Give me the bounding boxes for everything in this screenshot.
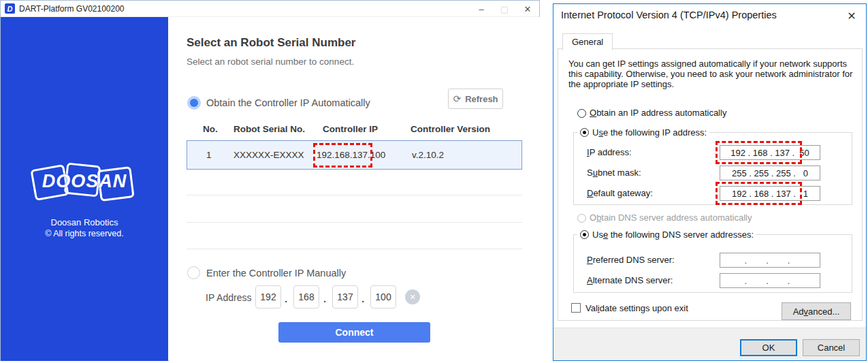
window-title: DART-Platform GV02100200 — [19, 4, 125, 14]
row-separator — [187, 195, 522, 195]
validate-settings-label: Validate settings upon exit — [585, 303, 688, 313]
copyright-text: © All rights reserved. — [1, 229, 168, 238]
use-dns-groupbox: Use the following DNS server addresses: … — [573, 234, 852, 293]
cell-controller-version: v.2.10.2 — [412, 150, 444, 160]
cell-row-number: 1 — [206, 150, 212, 160]
ip-octet-1-input[interactable] — [255, 285, 281, 309]
cancel-button[interactable]: Cancel — [803, 339, 860, 356]
validate-settings-checkbox[interactable] — [571, 303, 581, 313]
general-tab-page: You can get IP settings assigned automat… — [558, 48, 863, 321]
preferred-dns-label: Preferred DNS server: — [587, 255, 675, 265]
description-text: You can get IP settings assigned automat… — [568, 59, 857, 89]
row-separator — [187, 222, 522, 223]
radio-enter-ip-label: Enter the Controller IP Manually — [206, 268, 346, 279]
radio-use-dns-label: Use the following DNS server addresses: — [592, 230, 754, 240]
octet-dot: . — [285, 293, 287, 304]
radio-enter-ip-manually[interactable] — [187, 266, 200, 279]
refresh-icon: ⟳ — [453, 93, 461, 104]
ip-octet-2-input[interactable] — [293, 285, 319, 309]
page-subtitle: Select an robot serial number to connect… — [187, 57, 354, 67]
close-button[interactable]: ✕ — [516, 1, 539, 17]
dialog-titlebar: Internet Protocol Version 4 (TCP/IPv4) P… — [553, 4, 866, 26]
column-header-serial: Robot Serial No. — [234, 124, 305, 134]
dart-titlebar: D DART-Platform GV02100200 – ▢ ✕ — [1, 1, 539, 17]
dialog-button-strip: OK Cancel — [553, 328, 866, 360]
radio-obtain-ip-label: Obtain the Controller IP Automatically — [206, 97, 370, 108]
doosan-sidebar: DOOSAN Doosan Robotics © All rights rese… — [1, 17, 168, 361]
dart-platform-window: D DART-Platform GV02100200 – ▢ ✕ DOOSAN … — [0, 0, 540, 361]
radio-use-ip-label: Use the following IP address: — [592, 127, 707, 138]
refresh-label: Refresh — [465, 94, 498, 104]
use-ip-groupbox: Use the following IP address: IP address… — [573, 132, 852, 205]
radio-obtain-dns-label: Obtain DNS server address automatically — [590, 212, 752, 223]
radio-obtain-ip-label: Obtain an IP address automatically — [590, 108, 726, 118]
ip-octet-4-input[interactable] — [370, 285, 396, 309]
close-button[interactable]: ✕ — [844, 8, 859, 23]
radio-obtain-ip-automatically[interactable] — [577, 109, 586, 118]
refresh-button[interactable]: ⟳ Refresh — [448, 89, 503, 109]
radio-use-dns-legend: Use the following DNS server addresses: — [577, 230, 756, 240]
dart-main-panel: Select an Robot Serial Number Select an … — [169, 17, 540, 361]
advanced-button[interactable]: Advanced... — [782, 302, 851, 320]
tab-general[interactable]: General — [562, 33, 613, 50]
red-highlight-box — [716, 182, 802, 205]
screenshot-stage: D DART-Platform GV02100200 – ▢ ✕ DOOSAN … — [0, 0, 868, 363]
table-row[interactable]: 1 XXXXXX-EXXXX 192.168.137.100 v.2.10.2 — [187, 140, 522, 170]
radio-use-ip-legend: Use the following IP address: — [577, 127, 709, 138]
maximize-button[interactable]: ▢ — [493, 1, 516, 17]
column-header-no: No. — [203, 124, 218, 134]
row-separator — [187, 249, 522, 249]
red-highlight-box — [716, 141, 802, 164]
ip-octet-3-input[interactable] — [332, 285, 358, 309]
octet-dot: . — [361, 293, 364, 304]
default-gateway-label: Default gateway: — [587, 188, 653, 198]
subnet-mask-field[interactable]: 255 . 255 . 255 . 0 — [720, 165, 820, 180]
doosan-logo-text: DOOSAN — [1, 171, 168, 192]
subnet-mask-label: Subnet mask: — [587, 168, 641, 178]
connect-button[interactable]: Connect — [278, 322, 430, 343]
red-highlight-box — [313, 143, 372, 168]
radio-obtain-dns-automatically[interactable] — [577, 214, 586, 223]
dialog-title: Internet Protocol Version 4 (TCP/IPv4) P… — [561, 10, 777, 20]
clear-ip-button[interactable]: ✕ — [405, 289, 420, 304]
ip-address-label: IP Address — [206, 292, 251, 303]
minimize-button[interactable]: – — [470, 1, 493, 17]
tcpip-properties-dialog: Internet Protocol Version 4 (TCP/IPv4) P… — [553, 3, 867, 361]
cell-robot-serial: XXXXXX-EXXXX — [234, 150, 304, 160]
ip-address-label: IP address: — [587, 147, 632, 157]
dart-app-icon: D — [5, 3, 15, 14]
radio-use-following-dns[interactable] — [580, 230, 589, 239]
radio-obtain-ip-automatically[interactable] — [187, 96, 201, 110]
company-name: Doosan Robotics — [1, 217, 168, 227]
column-header-controller-ip: Controller IP — [323, 124, 378, 134]
preferred-dns-field[interactable]: ... — [720, 253, 820, 268]
page-title: Select an Robot Serial Number — [187, 36, 355, 50]
octet-dot: . — [323, 293, 326, 304]
ok-button[interactable]: OK — [740, 339, 797, 356]
alternate-dns-field[interactable]: ... — [720, 273, 820, 288]
radio-use-following-ip[interactable] — [580, 128, 589, 137]
alternate-dns-label: Alternate DNS server: — [587, 275, 673, 285]
column-header-controller-version: Controller Version — [411, 124, 490, 134]
doosan-logo: DOOSAN — [1, 156, 168, 210]
